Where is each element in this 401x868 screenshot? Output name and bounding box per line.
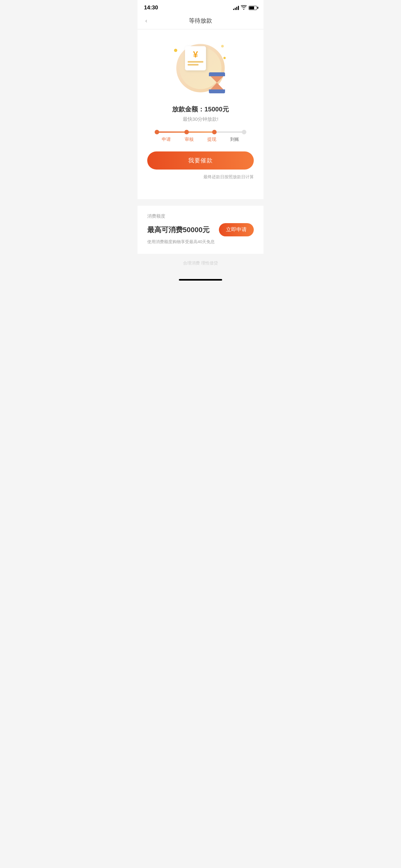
- hourglass-sand-lower: [211, 83, 223, 89]
- dot-decoration-2: [223, 57, 226, 59]
- progress-dot-1: [155, 130, 159, 134]
- hero-section: ¥: [147, 39, 254, 190]
- urge-button[interactable]: 我要催款: [147, 151, 254, 169]
- section-divider: [137, 199, 264, 203]
- progress-dot-3: [212, 130, 217, 134]
- credit-description: 使用消费额度购物享受最高40天免息: [147, 239, 254, 245]
- status-bar: 14:30: [137, 0, 264, 13]
- amount-label: 放款金额：: [172, 105, 204, 113]
- credit-amount: 最高可消费50000元: [147, 225, 210, 235]
- wifi-icon: [241, 5, 247, 11]
- dot-decoration-1: [174, 49, 177, 52]
- doc-line-1: [188, 61, 204, 63]
- doc-line-2: [188, 64, 198, 66]
- hourglass-top: [209, 72, 225, 76]
- notice-text: 最终还款日按照放款日计算: [147, 174, 254, 180]
- step-label-apply: 申请: [155, 136, 178, 143]
- back-button[interactable]: ‹: [144, 16, 149, 26]
- status-icons: [233, 5, 257, 11]
- status-time: 14:30: [144, 4, 158, 11]
- document-icon: ¥: [185, 46, 208, 72]
- hourglass-body: [211, 76, 223, 89]
- hourglass-icon: [209, 72, 225, 93]
- credit-main-row: 最高可消费50000元 立即申请: [147, 223, 254, 237]
- progress-labels: 申请 审核 提现 到账: [150, 136, 251, 143]
- credit-section: 消费额度 最高可消费50000元 立即申请 使用消费额度购物享受最高40天免息: [137, 206, 264, 254]
- progress-dot-4: [242, 130, 246, 134]
- bottom-area: 合理消费 理性借贷: [137, 254, 264, 287]
- nav-bar: ‹ 等待放款: [137, 13, 264, 29]
- hourglass-bottom: [209, 89, 225, 93]
- amount-section: 放款金额：15000元 最快30分钟放款!: [172, 105, 229, 122]
- step-label-review: 审核: [178, 136, 201, 143]
- illustration: ¥: [172, 39, 229, 97]
- main-content: ¥: [137, 29, 264, 199]
- signal-icon: [233, 5, 239, 10]
- footer-text: 合理消费 理性借贷: [137, 254, 264, 276]
- step-label-arrival: 到账: [223, 136, 246, 143]
- progress-dot-2: [184, 130, 189, 134]
- battery-icon: [249, 6, 257, 10]
- amount-subtitle: 最快30分钟放款!: [172, 116, 229, 122]
- amount-title: 放款金额：15000元: [172, 105, 229, 114]
- yen-icon: ¥: [193, 50, 198, 60]
- page-title: 等待放款: [189, 17, 212, 25]
- progress-dots: [157, 130, 244, 134]
- credit-label: 消费额度: [147, 213, 254, 219]
- progress-track: [157, 131, 244, 133]
- apply-button[interactable]: 立即申请: [219, 223, 254, 237]
- step-label-withdraw: 提现: [201, 136, 223, 143]
- amount-value: 15000元: [204, 105, 229, 113]
- dot-decoration-3: [221, 45, 224, 48]
- home-indicator: [179, 279, 222, 281]
- hourglass-sand-upper: [211, 76, 223, 83]
- progress-steps: 申请 审核 提现 到账: [147, 131, 254, 143]
